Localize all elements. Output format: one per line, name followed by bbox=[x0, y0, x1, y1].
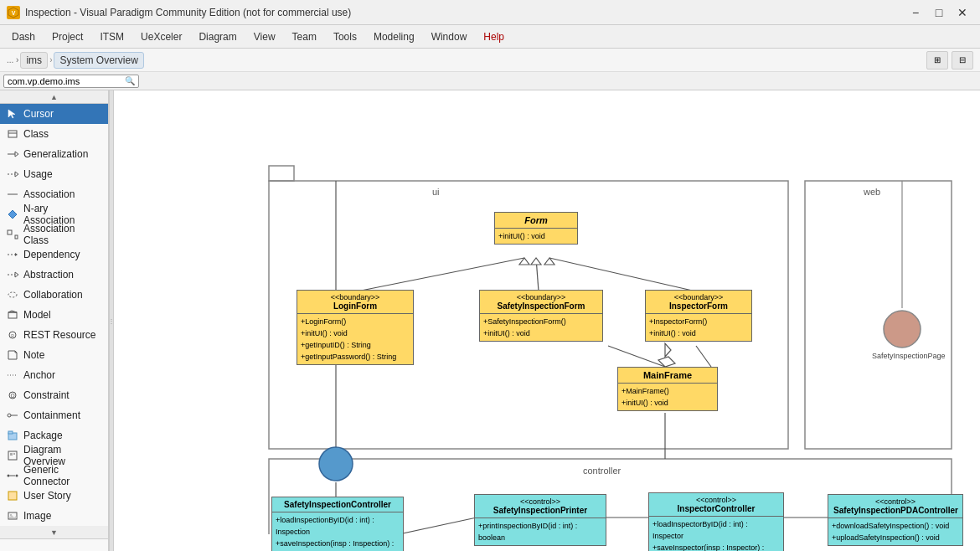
grid-icon[interactable]: ⊞ bbox=[926, 51, 948, 70]
diagram-canvas[interactable]: ui web controller bbox=[114, 90, 980, 551]
menu-bar: Dash Project ITSM UeXceler Diagram View … bbox=[0, 25, 980, 49]
svg-text:V: V bbox=[12, 10, 16, 16]
sidebar-scroll-up[interactable]: ▲ bbox=[0, 90, 108, 104]
sidebar-item-abstraction[interactable]: Abstraction bbox=[0, 265, 108, 285]
sidebar-item-assoc-class[interactable]: Association Class bbox=[0, 224, 108, 245]
sidebar-item-association[interactable]: Association bbox=[0, 184, 108, 204]
uml-class-sip[interactable]: <<control>> SafetyInspectionPrinter +pri… bbox=[474, 494, 606, 546]
sidebar-item-constraint[interactable]: Ω Constraint bbox=[0, 385, 108, 405]
sidebar-item-image[interactable]: Image bbox=[0, 506, 108, 526]
sip-stereotype: <<control>> bbox=[480, 497, 601, 506]
userstory-icon bbox=[7, 490, 18, 502]
panel-icon[interactable]: ⊟ bbox=[952, 51, 973, 70]
generic-icon bbox=[7, 470, 18, 481]
sidebar-item-nary[interactable]: N-ary Association bbox=[0, 204, 108, 224]
menu-tools[interactable]: Tools bbox=[325, 28, 365, 46]
sipda-name: SafetyInspectionPDAController bbox=[833, 506, 957, 515]
sidebar-label-userstory: User Story bbox=[23, 490, 71, 502]
model-icon bbox=[7, 309, 18, 321]
uml-class-inspectorform[interactable]: <<boundary>> InspectorForm +InspectorFor… bbox=[645, 290, 752, 342]
sidebar-item-package[interactable]: Package bbox=[0, 425, 108, 445]
svg-line-59 bbox=[696, 346, 711, 367]
window-title: Inspection - Visual Paradigm Community E… bbox=[25, 7, 905, 18]
if-name: InspectorForm bbox=[651, 301, 746, 311]
svg-marker-54 bbox=[531, 258, 541, 265]
menu-team[interactable]: Team bbox=[284, 28, 325, 46]
uml-class-safetyinspectionform[interactable]: <<boundary>> SafetyInspectionForm +Safet… bbox=[479, 290, 603, 342]
class-icon bbox=[7, 128, 18, 140]
menu-itsm[interactable]: ITSM bbox=[91, 28, 132, 46]
uml-class-form[interactable]: Form +initUI() : void bbox=[494, 212, 578, 245]
menu-modeling[interactable]: Modeling bbox=[365, 28, 423, 46]
svg-marker-18 bbox=[15, 272, 18, 277]
svg-marker-60 bbox=[665, 343, 671, 357]
search-input[interactable] bbox=[8, 76, 125, 86]
search-wrap: 🔍 bbox=[3, 75, 139, 88]
sidebar-item-model[interactable]: Model bbox=[0, 305, 108, 325]
breadcrumb-project[interactable]: ims bbox=[20, 52, 48, 69]
svg-marker-21 bbox=[8, 311, 17, 312]
sidebar-label-abstraction: Abstraction bbox=[23, 269, 74, 281]
uml-class-sic[interactable]: SafetyInspectionController +loadInspecti… bbox=[271, 497, 404, 551]
sidebar-scroll-down[interactable]: ▼ bbox=[0, 526, 108, 539]
sidebar-item-note[interactable]: Note bbox=[0, 345, 108, 365]
sidebar-item-class[interactable]: Class bbox=[0, 124, 108, 144]
menu-view[interactable]: View bbox=[245, 28, 284, 46]
close-button[interactable]: ✕ bbox=[952, 4, 973, 21]
svg-point-37 bbox=[8, 475, 10, 477]
sidebar-item-containment[interactable]: Containment bbox=[0, 405, 108, 425]
sidebar-item-usage[interactable]: Usage bbox=[0, 164, 108, 184]
minimize-button[interactable]: − bbox=[905, 4, 926, 21]
sipda-m1: +downloadSafetyInspection() : void bbox=[832, 520, 959, 532]
sidebar-item-collaboration[interactable]: Collaboration bbox=[0, 285, 108, 305]
sif-stereotype: <<boundary>> bbox=[485, 293, 597, 301]
menu-uexceler[interactable]: UeXceler bbox=[132, 28, 190, 46]
maximize-button[interactable]: □ bbox=[928, 4, 950, 21]
loginform-m4: +getInputPassword() : String bbox=[301, 351, 410, 363]
sif-m1: +SafetyInspectionForm() bbox=[483, 316, 599, 327]
svg-rect-20 bbox=[8, 312, 17, 318]
breadcrumb-current[interactable]: System Overview bbox=[54, 52, 143, 69]
svg-point-30 bbox=[8, 414, 11, 417]
sidebar-item-rest[interactable]: R REST Resource bbox=[0, 325, 108, 345]
uml-class-loginform[interactable]: <<boundary>> LoginForm +LoginForm() +ini… bbox=[297, 290, 414, 365]
loginform-m3: +getInputID() : String bbox=[301, 339, 410, 351]
app-icon: V bbox=[7, 6, 20, 19]
menu-window[interactable]: Window bbox=[423, 28, 476, 46]
svg-marker-58 bbox=[658, 357, 675, 367]
sidebar-label-constraint: Constraint bbox=[23, 389, 70, 401]
sidebar-item-dependency[interactable]: Dependency bbox=[0, 245, 108, 265]
menu-project[interactable]: Project bbox=[44, 28, 91, 46]
svg-marker-6 bbox=[15, 152, 18, 157]
menu-help[interactable]: Help bbox=[475, 28, 513, 46]
svg-marker-52 bbox=[519, 258, 529, 265]
sif-name: SafetyInspectionForm bbox=[485, 301, 597, 311]
sidebar-item-anchor[interactable]: Anchor bbox=[0, 365, 108, 385]
sidebar-item-generalization[interactable]: Generalization bbox=[0, 144, 108, 164]
sidebar-label-usage: Usage bbox=[23, 168, 53, 180]
uml-class-sipda[interactable]: <<control>> SafetyInspectionPDAControlle… bbox=[828, 494, 963, 546]
search-icon: 🔍 bbox=[125, 76, 135, 85]
menu-diagram[interactable]: Diagram bbox=[190, 28, 245, 46]
sidebar-item-generic[interactable]: Generic Connector bbox=[0, 466, 108, 486]
loginform-m1: +LoginForm() bbox=[301, 316, 410, 327]
window-controls: − □ ✕ bbox=[905, 4, 973, 21]
dependency-icon bbox=[7, 249, 18, 260]
sidebar-label-collaboration: Collaboration bbox=[23, 289, 83, 301]
breadcrumb-icons: ⊞ ⊟ bbox=[926, 51, 973, 70]
svg-text:web: web bbox=[863, 187, 880, 197]
menu-dash[interactable]: Dash bbox=[3, 28, 44, 46]
sidebar-item-userstory[interactable]: User Story bbox=[0, 486, 108, 506]
breadcrumb-nav-arrow[interactable]: ... › bbox=[7, 55, 18, 64]
uml-class-mainframe[interactable]: MainFrame +MainFrame() +initUI() : void bbox=[617, 367, 718, 411]
sidebar-item-cursor[interactable]: Cursor bbox=[0, 104, 108, 124]
sidebar-item-diagram-overview[interactable]: Diagram Overview bbox=[0, 445, 108, 466]
ic-stereotype: <<control>> bbox=[654, 496, 778, 504]
constraint-icon: Ω bbox=[7, 389, 18, 401]
canvas-inner: ui web controller bbox=[114, 90, 968, 534]
uml-class-ic[interactable]: <<control>> InspectorController +loadIns… bbox=[648, 492, 784, 551]
ic-m1: +loadInspectorByID(id : int) : Inspector bbox=[652, 518, 780, 542]
sidebar-label-model: Model bbox=[23, 309, 51, 321]
svg-line-55 bbox=[549, 258, 696, 291]
svg-text:R: R bbox=[11, 333, 14, 338]
